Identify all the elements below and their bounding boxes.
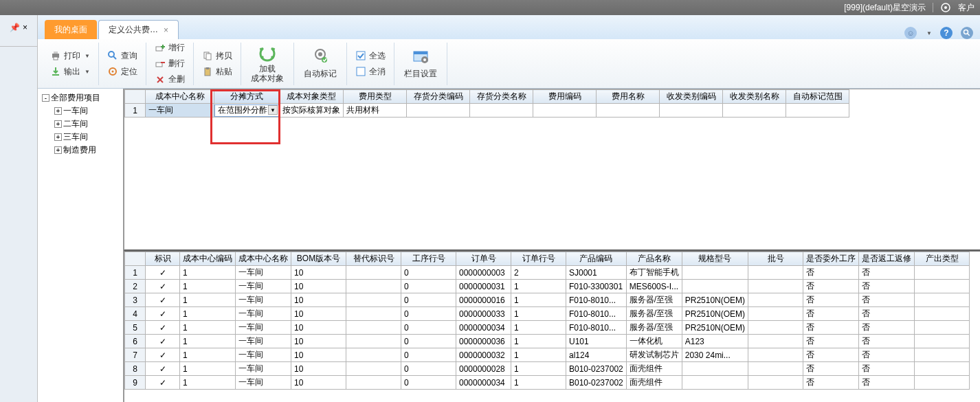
cell[interactable]: 一车间 (236, 280, 291, 293)
cell[interactable] (682, 280, 748, 293)
cell[interactable] (748, 307, 803, 321)
row-number[interactable]: 8 (125, 362, 146, 376)
cell[interactable]: PR2510N(OEM) (682, 307, 748, 321)
cell[interactable]: F010-8010... (566, 307, 627, 321)
row-number[interactable]: 5 (125, 321, 146, 335)
cell[interactable]: PR2510N(OEM) (682, 321, 748, 335)
customer-label[interactable]: 客户 (958, 2, 975, 14)
cell[interactable]: 0000000003 (456, 266, 511, 280)
cell[interactable]: 0000000032 (456, 348, 511, 362)
locate-button[interactable]: 定位 (104, 65, 140, 79)
smile-icon[interactable]: ☺ (904, 27, 917, 39)
cell[interactable]: 0000000036 (456, 335, 511, 348)
cell[interactable]: 服务器/至强 (626, 321, 682, 335)
cell[interactable]: 一车间 (236, 362, 291, 376)
cell[interactable]: 服务器/至强 (626, 307, 682, 321)
cell[interactable]: 1 (180, 362, 236, 376)
cell[interactable]: U101 (566, 335, 627, 348)
cell[interactable]: 否 (859, 280, 915, 293)
tree-item-workshop1[interactable]: +一车间 (39, 104, 122, 118)
cell[interactable] (660, 104, 723, 118)
cell[interactable] (748, 321, 803, 335)
cell[interactable]: ✓ (146, 266, 180, 280)
cell[interactable]: 0 (401, 376, 456, 390)
cell[interactable] (346, 376, 401, 390)
cell[interactable] (597, 104, 660, 118)
cell[interactable]: A123 (682, 335, 748, 348)
cell[interactable] (915, 307, 970, 321)
cell[interactable]: 一车间 (236, 376, 291, 390)
expand-icon[interactable]: + (54, 120, 62, 128)
cell[interactable] (748, 348, 803, 362)
cell[interactable]: ✓ (146, 362, 180, 376)
tree-root[interactable]: -全部费用项目 (39, 91, 122, 104)
cell[interactable] (915, 376, 970, 390)
cell[interactable]: 一车间 (236, 348, 291, 362)
expand-icon[interactable]: + (54, 133, 62, 141)
col-header[interactable]: 规格型号 (682, 252, 748, 266)
cell[interactable]: ✓ (146, 307, 180, 321)
cell[interactable]: 一车间 (236, 293, 291, 307)
col-header[interactable]: 是否委外工序 (803, 252, 859, 266)
cell[interactable] (346, 280, 401, 293)
close-icon[interactable]: × (23, 23, 27, 32)
cell[interactable] (915, 266, 970, 280)
cell[interactable] (748, 335, 803, 348)
cell[interactable]: 1 (180, 348, 236, 362)
tree-item-workshop2[interactable]: +二车间 (39, 118, 122, 131)
copy-button[interactable]: 拷贝 (199, 49, 235, 63)
cell[interactable]: B010-0237002 (566, 362, 627, 376)
paste-button[interactable]: 粘贴 (199, 65, 235, 79)
col-obj-type[interactable]: 成本对象类型 (280, 90, 344, 104)
cell[interactable] (682, 362, 748, 376)
cell-alloc-method[interactable]: 在范围外分酢 ▼ 在范围内分配 在范围外分配 (214, 104, 280, 118)
cell[interactable]: 否 (859, 376, 915, 390)
alloc-method-select[interactable]: 在范围外分酢 ▼ (214, 104, 279, 117)
export-button[interactable]: 输出▼ (47, 65, 93, 79)
cell[interactable]: 否 (859, 307, 915, 321)
top-grid-table[interactable]: 成本中心名称 分摊方式 成本对象类型 费用类型 存货分类编码 存货分类名称 费用… (124, 89, 849, 118)
cell[interactable]: 否 (859, 335, 915, 348)
tab-desktop[interactable]: 我的桌面 (45, 20, 97, 39)
cell[interactable]: 1 (180, 376, 236, 390)
row-number[interactable]: 9 (125, 376, 146, 390)
cell[interactable]: 10 (291, 348, 346, 362)
cell[interactable] (915, 348, 970, 362)
cell[interactable]: 2 (511, 266, 566, 280)
cell[interactable]: 0 (401, 293, 456, 307)
cell[interactable]: 10 (291, 280, 346, 293)
cell[interactable]: 面壳组件 (626, 362, 682, 376)
col-automark-range[interactable]: 自动标记范围 (786, 90, 849, 104)
cell[interactable]: ✓ (146, 293, 180, 307)
cell[interactable]: 否 (859, 321, 915, 335)
cell[interactable]: 布丁智能手机 (626, 266, 682, 280)
cell[interactable]: 1 (180, 307, 236, 321)
cell[interactable] (915, 280, 970, 293)
cell[interactable] (748, 362, 803, 376)
cell[interactable]: al124 (566, 348, 627, 362)
col-fee-type[interactable]: 费用类型 (344, 90, 407, 104)
cell[interactable]: 否 (803, 321, 859, 335)
cell[interactable]: 服务器/至强 (626, 293, 682, 307)
select-all-button[interactable]: 全选 (353, 49, 388, 63)
delrow-button[interactable]: 删行 (152, 56, 188, 71)
cell[interactable]: 0 (401, 362, 456, 376)
cell[interactable]: 否 (803, 376, 859, 390)
collapse-icon[interactable]: - (42, 94, 49, 102)
load-cost-object-button[interactable]: 加载 成本对象 (247, 41, 288, 85)
col-header[interactable]: 替代标识号 (346, 252, 401, 266)
cell[interactable]: 0000000016 (456, 293, 511, 307)
cell[interactable]: 2030 24mi... (682, 348, 748, 362)
cell[interactable] (346, 321, 401, 335)
cell[interactable]: 1 (180, 293, 236, 307)
cell[interactable] (407, 104, 470, 118)
cell[interactable]: 1 (511, 280, 566, 293)
expand-icon[interactable]: + (54, 146, 62, 154)
col-rcv-name[interactable]: 收发类别名称 (723, 90, 786, 104)
bottom-grid-table[interactable]: 标识成本中心编码成本中心名称BOM版本号替代标识号工序行号订单号订单行号产品编码… (124, 252, 970, 390)
col-rcv-code[interactable]: 收发类别编码 (660, 90, 723, 104)
cell[interactable] (748, 280, 803, 293)
cell[interactable]: 10 (291, 293, 346, 307)
delall-button[interactable]: 全删 (152, 72, 188, 87)
cell[interactable]: MES600S-I... (626, 280, 682, 293)
